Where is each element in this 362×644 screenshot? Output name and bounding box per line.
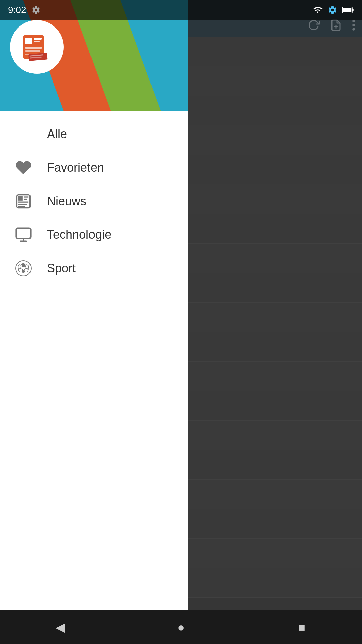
technologie-label: Technologie <box>47 228 111 242</box>
status-left: 9:02 <box>8 5 41 15</box>
svg-marker-26 <box>21 263 25 267</box>
newspaper-icon <box>13 191 34 211</box>
battery-icon <box>342 5 354 15</box>
sidebar-item-favorieten[interactable]: Favorieten <box>0 151 188 184</box>
status-time: 9:02 <box>8 5 26 15</box>
svg-rect-16 <box>18 196 23 201</box>
svg-marker-30 <box>24 268 29 272</box>
home-button[interactable]: ● <box>168 617 194 637</box>
sidebar-item-technologie[interactable]: Technologie <box>0 218 188 252</box>
status-bar: 9:02 <box>0 0 362 20</box>
wifi-icon <box>312 5 323 15</box>
alle-label: Alle <box>47 127 67 141</box>
sport-label: Sport <box>47 261 76 275</box>
svg-marker-28 <box>25 265 28 268</box>
svg-rect-7 <box>34 38 42 40</box>
sidebar-item-alle[interactable]: Alle <box>0 117 188 151</box>
heart-icon <box>13 158 34 178</box>
sidebar-item-nieuws[interactable]: Nieuws <box>0 184 188 218</box>
settings-blue-icon <box>328 5 337 15</box>
settings-status-icon <box>31 5 41 15</box>
svg-rect-8 <box>34 41 40 42</box>
svg-rect-10 <box>25 50 40 52</box>
app-logo <box>10 20 64 74</box>
logo-icon <box>20 30 54 64</box>
svg-marker-29 <box>18 268 23 272</box>
drawer-overlay[interactable] <box>188 0 362 644</box>
recent-apps-button[interactable]: ■ <box>288 617 315 637</box>
bottom-navigation-bar: ◀ ● ■ <box>0 610 362 644</box>
nieuws-label: Nieuws <box>47 194 86 208</box>
navigation-drawer: Alle Favorieten <box>0 0 188 624</box>
favorieten-label: Favorieten <box>47 161 104 175</box>
monitor-icon <box>13 225 34 245</box>
status-right <box>312 5 354 15</box>
svg-rect-22 <box>16 228 31 238</box>
svg-rect-6 <box>25 38 32 44</box>
svg-rect-9 <box>25 47 42 49</box>
svg-rect-33 <box>352 9 354 11</box>
svg-marker-27 <box>18 265 21 268</box>
sidebar-item-sport[interactable]: Sport <box>0 252 188 285</box>
back-button[interactable]: ◀ <box>47 617 74 637</box>
svg-rect-34 <box>343 8 351 12</box>
soccer-ball-icon <box>13 258 34 278</box>
drawer-menu: Alle Favorieten <box>0 111 188 624</box>
